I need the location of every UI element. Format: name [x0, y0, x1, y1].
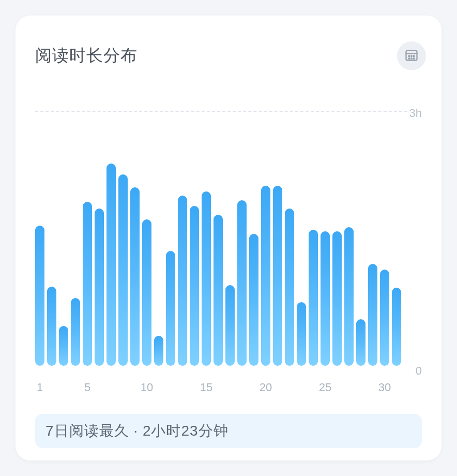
- summary-text: 7日阅读最久 · 2小时23分钟: [45, 421, 229, 441]
- bar-day-21[interactable]: [273, 186, 282, 366]
- bar-day-31[interactable]: [392, 288, 401, 366]
- bar-day-13[interactable]: [178, 196, 187, 366]
- calendar-button[interactable]: [397, 41, 426, 70]
- bar-day-15[interactable]: [202, 191, 211, 366]
- bar-day-14[interactable]: [190, 206, 199, 366]
- bar-day-26[interactable]: [332, 231, 342, 366]
- bar-day-11[interactable]: [154, 336, 163, 366]
- bar-day-23[interactable]: [297, 302, 306, 366]
- x-tick-15: 15: [200, 381, 212, 394]
- bar-day-2[interactable]: [47, 287, 56, 366]
- x-axis: 151015202530: [35, 381, 407, 396]
- bar-day-16[interactable]: [214, 215, 223, 366]
- svg-point-2: [408, 55, 409, 56]
- bar-day-30[interactable]: [380, 270, 389, 366]
- svg-point-3: [411, 55, 412, 56]
- bar-day-10[interactable]: [142, 219, 151, 366]
- svg-point-7: [414, 58, 415, 59]
- card-title: 阅读时长分布: [35, 44, 138, 67]
- bar-day-29[interactable]: [368, 264, 377, 366]
- x-tick-20: 20: [260, 381, 272, 394]
- x-tick-25: 25: [319, 381, 331, 394]
- bar-day-9[interactable]: [130, 187, 140, 366]
- svg-point-5: [408, 58, 409, 59]
- bar-day-25[interactable]: [321, 231, 330, 366]
- bar-day-6[interactable]: [95, 209, 104, 366]
- x-tick-5: 5: [84, 381, 90, 394]
- bar-day-7[interactable]: [106, 163, 116, 366]
- bar-day-27[interactable]: [344, 227, 354, 366]
- bar-day-28[interactable]: [356, 319, 365, 366]
- bar-day-12[interactable]: [166, 251, 175, 366]
- x-tick-30: 30: [378, 381, 391, 394]
- bar-day-4[interactable]: [71, 298, 80, 366]
- bar-day-5[interactable]: [83, 202, 92, 366]
- bar-day-1[interactable]: [35, 226, 44, 366]
- bar-day-19[interactable]: [249, 234, 258, 366]
- bar-chart: 3h 0: [35, 105, 422, 374]
- svg-point-6: [411, 58, 412, 59]
- bar-day-3[interactable]: [59, 326, 68, 366]
- calendar-icon: [404, 48, 419, 64]
- bar-day-8[interactable]: [118, 174, 128, 366]
- bar-day-20[interactable]: [261, 186, 270, 366]
- summary-banner: 7日阅读最久 · 2小时23分钟: [35, 414, 422, 448]
- bars-container: [35, 105, 407, 366]
- bar-day-22[interactable]: [285, 209, 294, 366]
- y-axis-min-label: 0: [416, 364, 422, 378]
- y-axis-max-label: 3h: [409, 107, 422, 120]
- bar-day-18[interactable]: [237, 200, 247, 366]
- x-tick-10: 10: [141, 381, 153, 394]
- bar-day-24[interactable]: [309, 230, 318, 366]
- x-tick-1: 1: [37, 381, 43, 394]
- stats-card: 阅读时长分布 3h 0 151015202530 7日阅读最久 · 2小时23分…: [16, 16, 441, 460]
- svg-point-4: [414, 55, 415, 56]
- bar-day-17[interactable]: [225, 285, 235, 366]
